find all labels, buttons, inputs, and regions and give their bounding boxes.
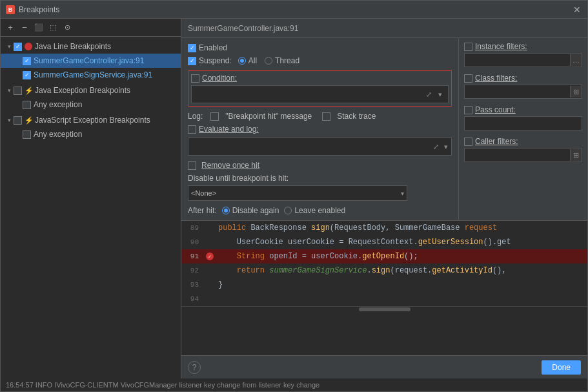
expand-toggle-2[interactable]: ▾: [5, 86, 14, 95]
dropdown-icon-2[interactable]: ▾: [441, 141, 451, 152]
more-button[interactable]: ⊙: [61, 22, 73, 34]
any-exception-item-2[interactable]: Any exception: [1, 127, 181, 141]
disable-again-radio-btn[interactable]: [222, 207, 230, 214]
any-exception-item-1[interactable]: Any exception: [1, 98, 181, 112]
log-section: Log: "Breakpoint hit" message Stack trac…: [181, 112, 458, 161]
enabled-label[interactable]: Enabled: [188, 43, 227, 52]
class-filter-input-row[interactable]: ⊞: [464, 85, 582, 99]
js-exception-header[interactable]: ▾ ⚡ JavaScript Exception Breakpoints: [1, 113, 181, 127]
leave-enabled-radio[interactable]: Leave enabled: [284, 206, 345, 215]
line-num-91: 91: [181, 249, 204, 263]
leave-enabled-radio-btn[interactable]: [284, 207, 292, 214]
group-checkbox-2[interactable]: [14, 87, 22, 95]
item-toggle: [14, 56, 23, 65]
disable-again-radio[interactable]: Disable again: [222, 206, 279, 215]
condition-input[interactable]: ⤢ ▾: [191, 85, 449, 103]
item-checkbox-1[interactable]: [23, 57, 31, 65]
done-button[interactable]: Done: [542, 360, 581, 375]
item-checkbox-2[interactable]: [23, 71, 31, 79]
expand-toggle[interactable]: ▾: [5, 42, 14, 51]
disable-until-section: Disable until breakpoint is hit: <None> …: [181, 174, 458, 206]
line-num-90: 90: [181, 235, 204, 249]
thread-radio[interactable]: Thread: [265, 56, 299, 65]
remove-button[interactable]: −: [19, 22, 30, 34]
java-line-breakpoints-header[interactable]: ▾ Java Line Breakpoints: [1, 39, 181, 54]
red-dot-icon: [25, 43, 32, 50]
code-line-89: 89 public BackResponse sign(RequestBody,…: [181, 221, 587, 235]
java-exception-header[interactable]: ▾ ⚡ Java Exception Breakpoints: [1, 83, 181, 98]
pass-count-checkbox[interactable]: [464, 106, 472, 114]
line-num-94: 94: [181, 292, 204, 306]
item-label-4: Any exception: [34, 130, 82, 139]
class-filter-input[interactable]: [465, 87, 570, 97]
class-filter-label: Class filters:: [475, 74, 517, 83]
code-text-91: String openId = userCookie.getOpenId();: [216, 252, 418, 261]
item-label-1: SummerGameController.java:91: [34, 56, 144, 65]
help-button[interactable]: ?: [188, 361, 201, 374]
item-checkbox-3[interactable]: [23, 101, 31, 109]
log-label: Log:: [188, 112, 203, 121]
code-area: 89 public BackResponse sign(RequestBody,…: [181, 220, 587, 355]
all-radio-btn[interactable]: [238, 57, 246, 65]
item-checkbox-4[interactable]: [23, 130, 31, 139]
js-exception-group: ▾ ⚡ JavaScript Exception Breakpoints Any…: [1, 113, 181, 141]
instance-filter-label: Instance filters:: [475, 42, 527, 51]
code-line-90: 90 UserCookie userCookie = RequestContex…: [181, 235, 587, 249]
caller-filter-input-row[interactable]: ⊞: [464, 148, 582, 162]
detail-header: SummerGameController.java:91: [181, 19, 587, 38]
line-num-92: 92: [181, 263, 204, 278]
breakpoints-dialog: B Breakpoints ✕ + − ⬛ ⬚ ⊙ ▾ Ja: [0, 0, 588, 392]
java-exception-group: ▾ ⚡ Java Exception Breakpoints Any excep…: [1, 83, 181, 112]
all-radio[interactable]: All: [238, 56, 257, 65]
bp-indicator-93: [204, 278, 216, 292]
close-button[interactable]: ✕: [572, 5, 582, 15]
instance-filter-label-row: Instance filters:: [464, 42, 582, 51]
pass-count-input[interactable]: [465, 118, 582, 129]
breakpoint-item-1[interactable]: SummerGameController.java:91: [1, 54, 181, 68]
dropdown-icon[interactable]: ▾: [435, 89, 445, 99]
group-checkbox-3[interactable]: [14, 116, 22, 125]
caller-filter-input[interactable]: [465, 150, 570, 160]
log-stack-checkbox[interactable]: [322, 112, 330, 121]
group-label-3: JavaScript Exception Breakpoints: [35, 116, 150, 125]
log-bp-checkbox[interactable]: [210, 112, 219, 121]
evaluate-checkbox[interactable]: [188, 125, 196, 134]
evaluate-label: Evaluate and log:: [199, 125, 259, 134]
log-row: Log: "Breakpoint hit" message Stack trac…: [188, 112, 452, 121]
expand-toggle-3[interactable]: ▾: [5, 116, 14, 125]
caller-filter-btn[interactable]: ⊞: [570, 149, 582, 161]
export-button[interactable]: ⬚: [47, 22, 59, 34]
group-checkbox[interactable]: [14, 43, 22, 51]
scrollbar-thumb[interactable]: [359, 307, 411, 311]
status-bar: 16:54:57 INFO IVivoCFG-CLIENTM VivoCFGMa…: [1, 378, 587, 391]
instance-filter-input[interactable]: [465, 55, 570, 65]
group-button[interactable]: ⬛: [33, 22, 45, 34]
class-filter-btn[interactable]: ⊞: [570, 86, 582, 98]
add-button[interactable]: +: [5, 22, 16, 34]
caller-filter-label: Caller filters:: [475, 137, 518, 146]
suspend-checkbox[interactable]: [188, 57, 196, 65]
caller-filter-checkbox[interactable]: [464, 138, 472, 146]
breakpoint-item-2[interactable]: SummerGameSignService.java:91: [1, 68, 181, 82]
left-panel: + − ⬛ ⬚ ⊙ ▾ Java Line Breakpoints: [1, 19, 181, 378]
expand-icon[interactable]: ⤢: [423, 89, 434, 99]
pass-count-input-row[interactable]: [464, 116, 582, 130]
condition-header: Condition:: [191, 74, 449, 83]
thread-radio-btn[interactable]: [265, 57, 272, 65]
class-filter-checkbox[interactable]: [464, 74, 472, 83]
tree-area: ▾ Java Line Breakpoints SummerGameContro…: [1, 37, 181, 378]
remove-once-checkbox[interactable]: [188, 161, 196, 170]
instance-filter-input-row[interactable]: …: [464, 53, 582, 67]
horizontal-scrollbar[interactable]: [181, 306, 587, 311]
expand-icon-2[interactable]: ⤢: [431, 141, 441, 152]
enabled-checkbox[interactable]: [188, 44, 196, 52]
suspend-radio-group: All Thread: [238, 56, 299, 65]
log-input-field[interactable]: [188, 141, 431, 152]
disable-select[interactable]: <None> ▾: [188, 185, 407, 201]
caller-filter-row: Caller filters: ⊞: [464, 137, 582, 162]
instance-filter-checkbox[interactable]: [464, 43, 472, 51]
instance-filter-btn[interactable]: …: [570, 54, 582, 66]
condition-checkbox[interactable]: [191, 74, 199, 83]
caller-filter-label-row: Caller filters:: [464, 137, 582, 146]
log-input-container[interactable]: ⤢ ▾: [188, 138, 452, 156]
